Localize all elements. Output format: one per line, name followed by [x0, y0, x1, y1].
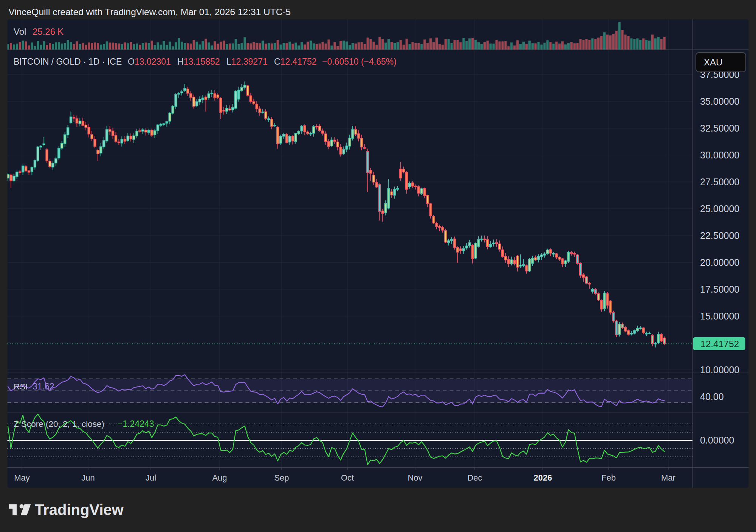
- svg-text:35.00000: 35.00000: [700, 96, 739, 107]
- svg-text:Sep: Sep: [274, 473, 289, 482]
- svg-text:15.00000: 15.00000: [700, 311, 739, 321]
- svg-text:K: K: [57, 26, 64, 37]
- svg-text:Feb: Feb: [601, 473, 616, 482]
- svg-text:RSI: RSI: [14, 382, 28, 391]
- svg-text:Mar: Mar: [661, 473, 675, 482]
- svg-text:31.62: 31.62: [33, 382, 54, 391]
- svg-text:20.00000: 20.00000: [700, 257, 739, 268]
- svg-text:25.26: 25.26: [33, 26, 55, 37]
- svg-text:2026: 2026: [534, 473, 552, 482]
- svg-text:Jun: Jun: [81, 473, 94, 482]
- svg-text:C12.41752: C12.41752: [274, 57, 317, 67]
- svg-text:Dec: Dec: [467, 473, 482, 482]
- svg-text:May: May: [14, 473, 30, 482]
- svg-text:Oct: Oct: [341, 473, 354, 482]
- svg-text:TradingView: TradingView: [35, 501, 124, 518]
- svg-text:VinceQuill created with Tradin: VinceQuill created with TradingView.com,…: [9, 7, 291, 17]
- svg-text:L12.39271: L12.39271: [226, 57, 268, 67]
- svg-text:27.50000: 27.50000: [700, 177, 739, 187]
- svg-text:Vol: Vol: [14, 26, 26, 37]
- svg-text:H13.15852: H13.15852: [177, 57, 220, 67]
- svg-text:10.00000: 10.00000: [700, 364, 739, 375]
- svg-text:30.00000: 30.00000: [700, 150, 739, 160]
- svg-text:Jul: Jul: [146, 473, 156, 482]
- svg-text:−1.24243: −1.24243: [118, 419, 154, 429]
- svg-text:40.00: 40.00: [700, 391, 724, 402]
- svg-text:25.00000: 25.00000: [700, 203, 739, 214]
- svg-text:Nov: Nov: [407, 473, 422, 482]
- svg-text:32.50000: 32.50000: [700, 123, 739, 133]
- svg-text:Aug: Aug: [212, 473, 227, 482]
- svg-text:−0.60510 (−4.65%): −0.60510 (−4.65%): [322, 57, 397, 67]
- svg-text:22.50000: 22.50000: [700, 230, 739, 241]
- svg-text:O13.02301: O13.02301: [128, 57, 171, 67]
- svg-text:0.00000: 0.00000: [700, 435, 734, 445]
- svg-text:XAU: XAU: [704, 57, 722, 67]
- svg-text:17.50000: 17.50000: [700, 284, 739, 295]
- svg-text:BITCOIN / GOLD · 1D · ICE: BITCOIN / GOLD · 1D · ICE: [14, 57, 122, 67]
- svg-text:12.41752: 12.41752: [700, 339, 739, 349]
- svg-text:Z Score (20, 2, 1, close): Z Score (20, 2, 1, close): [14, 419, 104, 429]
